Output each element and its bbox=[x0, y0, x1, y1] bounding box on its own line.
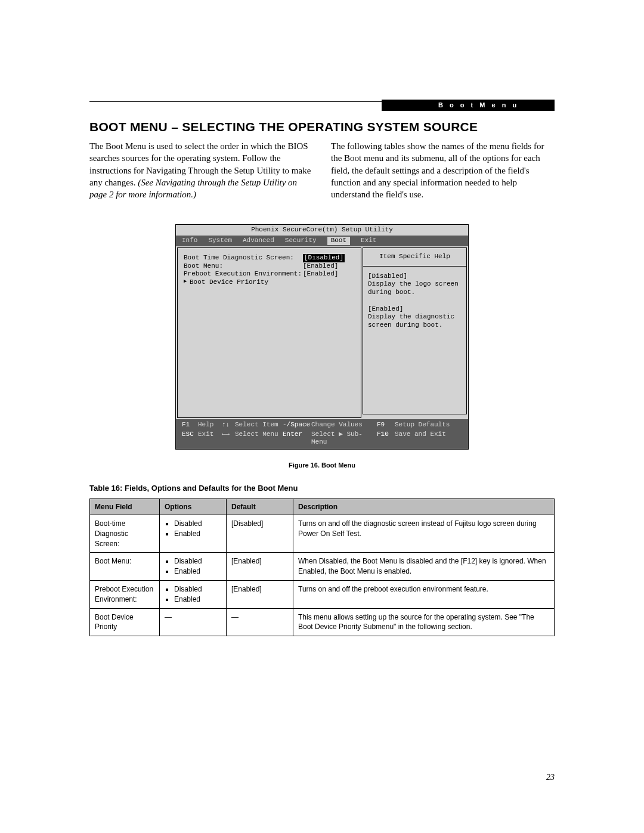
bios-help-line: [Disabled] bbox=[368, 272, 462, 281]
cell-menu-field: Boot Menu: bbox=[90, 553, 160, 581]
body-left: The Boot Menu is used to select the orde… bbox=[89, 140, 313, 200]
option-item: Enabled bbox=[174, 529, 221, 539]
body-right: The following tables show the names of t… bbox=[331, 140, 555, 200]
table-row: Boot Menu:DisabledEnabled[Enabled]When D… bbox=[90, 553, 555, 581]
option-item: Enabled bbox=[174, 594, 221, 605]
bios-tab-boot[interactable]: Boot bbox=[327, 237, 350, 245]
bios-help-line: Display the diagnostic screen during boo… bbox=[368, 313, 462, 330]
th-default: Default bbox=[227, 499, 293, 515]
bios-help-pane: Item Specific Help [Disabled] Display th… bbox=[363, 247, 467, 418]
bios-row-diagnostic[interactable]: Boot Time Diagnostic Screen: [Disabled] bbox=[184, 254, 355, 262]
bios-row-bootmenu[interactable]: Boot Menu: [Enabled] bbox=[184, 262, 355, 271]
cell-menu-field: Boot Device Priority bbox=[90, 608, 160, 636]
cell-options: DisabledEnabled bbox=[160, 553, 227, 581]
bios-tab-system[interactable]: System bbox=[208, 237, 232, 245]
options-table: Menu Field Options Default Description B… bbox=[89, 498, 555, 636]
cell-description: This menu allows setting up the source f… bbox=[293, 608, 555, 636]
table-row: Preboot Execution Environment:DisabledEn… bbox=[90, 580, 555, 608]
bios-tab-exit[interactable]: Exit bbox=[361, 237, 376, 245]
bios-row-value[interactable]: [Disabled] bbox=[303, 254, 345, 262]
footer-lbl-selectmenu: Select Menu bbox=[235, 431, 283, 447]
bios-help-line: [Enabled] bbox=[368, 305, 462, 314]
cell-default: [Enabled] bbox=[227, 580, 293, 608]
bios-row-submenu[interactable]: ▶Boot Device Priority bbox=[184, 278, 355, 287]
bios-tab-advanced[interactable]: Advanced bbox=[243, 237, 274, 245]
footer-lbl-changevalues: Change Values bbox=[311, 421, 377, 429]
bios-tab-security[interactable]: Security bbox=[285, 237, 317, 245]
bios-tabs: Info System Advanced Security Boot Exit bbox=[176, 236, 468, 246]
bios-tab-info[interactable]: Info bbox=[182, 237, 197, 245]
footer-lbl-help: Help bbox=[198, 421, 222, 429]
page-number: 23 bbox=[546, 773, 555, 782]
th-options: Options bbox=[160, 499, 227, 515]
table-row: Boot Device Priority——This menu allows s… bbox=[90, 608, 555, 636]
bios-row-pxe[interactable]: Preboot Execution Environment: [Enabled] bbox=[184, 270, 355, 278]
bios-row-value[interactable]: [Enabled] bbox=[303, 270, 338, 278]
cell-default: [Disabled] bbox=[227, 515, 293, 553]
option-item: Disabled bbox=[174, 556, 221, 566]
footer-key-esc: ESC bbox=[182, 431, 198, 447]
footer-key-f10: F10 bbox=[377, 431, 395, 447]
cell-default: [Enabled] bbox=[227, 553, 293, 581]
cell-description: When Disabled, the Boot Menu is disabled… bbox=[293, 553, 555, 581]
option-item: Disabled bbox=[174, 584, 221, 594]
footer-lbl-exit: Exit bbox=[198, 431, 222, 447]
footer-lbl-saveexit: Save and Exit bbox=[395, 431, 462, 447]
section-heading: BOOT MENU – SELECTING THE OPERATING SYST… bbox=[89, 120, 555, 134]
triangle-right-icon: ▶ bbox=[184, 278, 190, 287]
footer-key-updown: ↑↓ bbox=[222, 421, 235, 429]
bios-settings-pane: Boot Time Diagnostic Screen: [Disabled] … bbox=[177, 247, 361, 418]
bios-help-body: [Disabled] Display the logo screen durin… bbox=[363, 267, 467, 414]
option-item: Disabled bbox=[174, 519, 221, 529]
bios-panel: Phoenix SecureCore(tm) Setup Utility Inf… bbox=[175, 224, 469, 450]
body-text: The Boot Menu is used to select the orde… bbox=[89, 140, 555, 200]
bios-submenu-label: Boot Device Priority bbox=[190, 278, 268, 287]
footer-lbl-setupdefaults: Setup Defaults bbox=[395, 421, 462, 429]
footer-key-enter: Enter bbox=[283, 431, 311, 447]
cell-options: — bbox=[160, 608, 227, 636]
bios-help-line: Display the logo screen during boot. bbox=[368, 280, 462, 297]
cell-options: DisabledEnabled bbox=[160, 580, 227, 608]
figure-caption: Figure 16. Boot Menu bbox=[89, 462, 555, 469]
footer-key-leftright: ←→ bbox=[222, 431, 235, 447]
th-menu-field: Menu Field bbox=[90, 499, 160, 515]
bios-row-label: Preboot Execution Environment: bbox=[184, 270, 303, 278]
cell-description: Turns on and off the preboot execution e… bbox=[293, 580, 555, 608]
cell-default: — bbox=[227, 608, 293, 636]
header-bar: B o o t M e n u bbox=[382, 100, 555, 111]
bios-help-title: Item Specific Help bbox=[363, 247, 467, 267]
footer-key-slashspace: -/Space bbox=[283, 421, 311, 429]
cell-menu-field: Boot-time Diagnostic Screen: bbox=[90, 515, 160, 553]
bios-footer: F1 Help ↑↓ Select Item -/Space Change Va… bbox=[176, 419, 468, 449]
bios-row-value[interactable]: [Enabled] bbox=[303, 262, 338, 271]
footer-key-f1: F1 bbox=[182, 421, 198, 429]
cell-description: Turns on and off the diagnostic screen i… bbox=[293, 515, 555, 553]
table-row: Boot-time Diagnostic Screen:DisabledEnab… bbox=[90, 515, 555, 553]
footer-lbl-selectsub: Select ▶ Sub-Menu bbox=[311, 431, 377, 447]
bios-row-label: Boot Menu: bbox=[184, 262, 303, 271]
footer-key-f9: F9 bbox=[377, 421, 395, 429]
th-description: Description bbox=[293, 499, 555, 515]
bios-row-label: Boot Time Diagnostic Screen: bbox=[184, 254, 303, 262]
table-header-row: Menu Field Options Default Description bbox=[90, 499, 555, 515]
table-title: Table 16: Fields, Options and Defaults f… bbox=[89, 484, 555, 493]
cell-menu-field: Preboot Execution Environment: bbox=[90, 580, 160, 608]
option-item: Enabled bbox=[174, 566, 221, 577]
bios-title: Phoenix SecureCore(tm) Setup Utility bbox=[176, 225, 468, 236]
footer-lbl-selectitem: Select Item bbox=[235, 421, 283, 429]
cell-options: DisabledEnabled bbox=[160, 515, 227, 553]
